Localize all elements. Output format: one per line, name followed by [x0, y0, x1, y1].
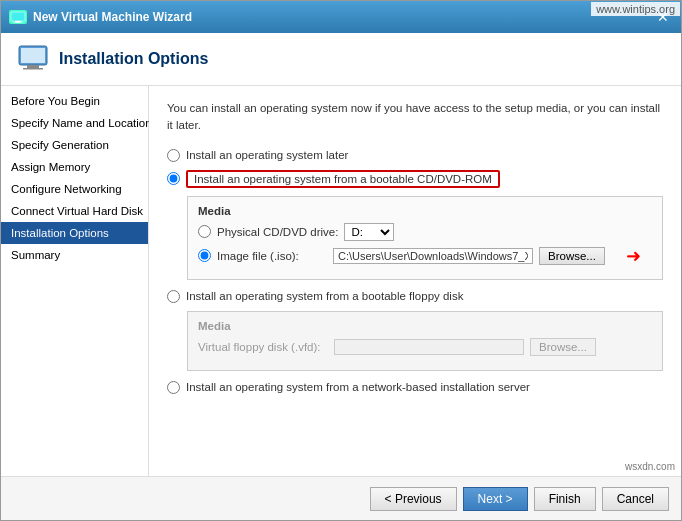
svg-rect-2 [13, 22, 23, 23]
image-file-label: Image file (.iso): [217, 250, 327, 262]
finish-button[interactable]: Finish [534, 487, 596, 511]
physical-drive-radio[interactable] [198, 225, 211, 238]
sidebar-item-name-location[interactable]: Specify Name and Location [1, 112, 148, 134]
install-floppy-label: Install an operating system from a boota… [186, 290, 463, 302]
install-floppy-radio[interactable] [167, 290, 180, 303]
sidebar: Before You Begin Specify Name and Locati… [1, 86, 149, 476]
footer: < Previous Next > Finish Cancel [1, 476, 681, 520]
install-later-radio[interactable] [167, 149, 180, 162]
main-content: You can install an operating system now … [149, 86, 681, 476]
media-group: Media Physical CD/DVD drive: D: Image fi… [187, 196, 663, 280]
svg-rect-6 [23, 68, 43, 70]
header-icon [17, 43, 49, 75]
sidebar-item-memory[interactable]: Assign Memory [1, 156, 148, 178]
browse-button[interactable]: Browse... [539, 247, 605, 265]
floppy-group: Media Virtual floppy disk (.vfd): Browse… [187, 311, 663, 371]
vm-icon [9, 10, 27, 24]
intro-text: You can install an operating system now … [167, 100, 663, 135]
install-cd-row: Install an operating system from a boota… [167, 170, 663, 188]
sidebar-item-before-you-begin[interactable]: Before You Begin [1, 90, 148, 112]
title-bar: New Virtual Machine Wizard ✕ [1, 1, 681, 33]
sidebar-item-generation[interactable]: Specify Generation [1, 134, 148, 156]
image-file-row: Image file (.iso): Browse... ➜ [198, 247, 652, 265]
sidebar-item-summary[interactable]: Summary [1, 244, 148, 266]
install-floppy-row: Install an operating system from a boota… [167, 290, 663, 303]
close-button[interactable]: ✕ [653, 9, 673, 25]
svg-rect-5 [27, 65, 39, 68]
arrow-hint: ➜ [626, 245, 641, 267]
window-title: New Virtual Machine Wizard [33, 10, 192, 24]
iso-path-input[interactable] [333, 248, 533, 264]
page-header: Installation Options [1, 33, 681, 86]
sidebar-item-networking[interactable]: Configure Networking [1, 178, 148, 200]
browse-container: Browse... ➜ [539, 247, 605, 265]
install-cd-radio[interactable] [167, 172, 180, 185]
image-file-radio[interactable] [198, 249, 211, 262]
install-network-row: Install an operating system from a netwo… [167, 381, 663, 394]
previous-button[interactable]: < Previous [370, 487, 457, 511]
floppy-media-title: Media [198, 320, 652, 332]
window: New Virtual Machine Wizard ✕ Installatio… [0, 0, 682, 521]
media-title: Media [198, 205, 652, 217]
main-wrapper: Installation Options Before You Begin Sp… [1, 33, 681, 520]
install-later-row: Install an operating system later [167, 149, 663, 162]
svg-rect-0 [11, 12, 25, 21]
title-bar-left: New Virtual Machine Wizard [9, 10, 192, 24]
cancel-button[interactable]: Cancel [602, 487, 669, 511]
sidebar-item-installation-options[interactable]: Installation Options [1, 222, 148, 244]
floppy-disk-label: Virtual floppy disk (.vfd): [198, 341, 328, 353]
page-title: Installation Options [59, 50, 208, 68]
drive-select[interactable]: D: [344, 223, 394, 241]
physical-drive-row: Physical CD/DVD drive: D: [198, 223, 652, 241]
physical-drive-label: Physical CD/DVD drive: [217, 226, 338, 238]
install-cd-label: Install an operating system from a boota… [194, 173, 492, 185]
install-network-radio[interactable] [167, 381, 180, 394]
floppy-disk-row: Virtual floppy disk (.vfd): Browse... [198, 338, 652, 356]
body-area: Before You Begin Specify Name and Locati… [1, 86, 681, 476]
floppy-path-input [334, 339, 524, 355]
browse-floppy-button: Browse... [530, 338, 596, 356]
svg-rect-4 [21, 48, 45, 63]
next-button[interactable]: Next > [463, 487, 528, 511]
install-cd-highlight: Install an operating system from a boota… [186, 170, 500, 188]
sidebar-item-hard-disk[interactable]: Connect Virtual Hard Disk [1, 200, 148, 222]
install-later-label: Install an operating system later [186, 149, 348, 161]
install-network-label: Install an operating system from a netwo… [186, 381, 530, 393]
